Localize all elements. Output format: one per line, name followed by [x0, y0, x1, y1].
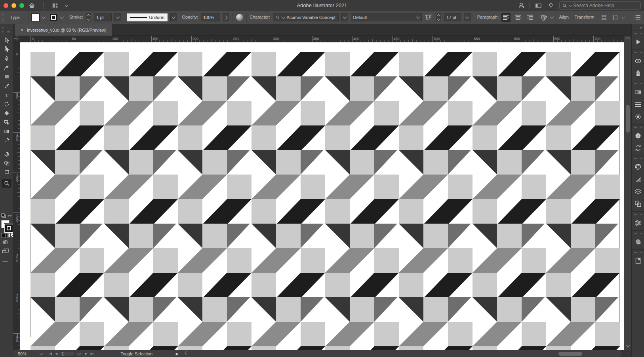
help-search-input[interactable]: Search Adobe Help: [559, 1, 641, 10]
home-icon[interactable]: [27, 1, 36, 10]
stroke-weight-dropdown[interactable]: [114, 13, 121, 21]
draw-mode-icon[interactable]: [2, 239, 8, 245]
tool-direct-selection[interactable]: [2, 45, 11, 54]
panel-icon-sync[interactable]: [634, 144, 642, 152]
artboard-list-chevron-icon[interactable]: [78, 351, 82, 355]
opacity-expand-button[interactable]: [223, 13, 229, 21]
panel-icon-info[interactable]: i: [634, 131, 642, 140]
stroke-panel-link[interactable]: Stroke:: [69, 15, 83, 20]
panel-grip[interactable]: [634, 33, 642, 34]
zoom-level-chevron-icon[interactable]: [40, 351, 44, 355]
align-right-button[interactable]: [525, 13, 534, 22]
toolbar-grip[interactable]: [2, 31, 11, 32]
more-tools-icon[interactable]: •••: [2, 259, 8, 264]
fill-color-swatch[interactable]: [31, 13, 40, 21]
tab-close-icon[interactable]: ×: [21, 27, 23, 33]
last-artboard-icon[interactable]: ▶|: [91, 352, 94, 355]
align-left-button[interactable]: [501, 13, 511, 22]
tool-twirl[interactable]: [2, 150, 11, 159]
controlbar-grip[interactable]: [2, 13, 4, 22]
ruler-origin-corner[interactable]: [13, 36, 20, 42]
panel-icon-artboards[interactable]: [634, 199, 642, 208]
opacity-panel-link[interactable]: Opacity:: [182, 15, 198, 20]
panel-grip[interactable]: [634, 214, 642, 215]
character-panel-link[interactable]: Character:: [250, 15, 270, 20]
horizontal-scrollbar[interactable]: [182, 350, 631, 357]
recolor-artwork-icon[interactable]: [235, 13, 244, 22]
panel-icon-stroke[interactable]: [634, 100, 642, 109]
vertical-scrollbar[interactable]: [624, 36, 631, 350]
horizontal-ruler[interactable]: 0501001502002503003504004505005506006507…: [20, 36, 624, 42]
panel-icon-gradient[interactable]: [634, 88, 642, 97]
status-play-icon[interactable]: ▶: [176, 352, 179, 356]
panel-grip[interactable]: [634, 233, 642, 234]
toolbar-collapse-icon[interactable]: »: [2, 26, 3, 30]
swap-fill-stroke-icon[interactable]: [8, 213, 12, 218]
prev-artboard-icon[interactable]: ◀: [55, 352, 57, 355]
panel-icon-brushes[interactable]: [634, 69, 642, 78]
font-style-dropdown[interactable]: Default: [351, 13, 422, 21]
panel-toggle-icon[interactable]: [534, 1, 543, 10]
tool-type[interactable]: T: [2, 91, 11, 99]
minimize-window-button[interactable]: [11, 3, 16, 8]
panel-grip[interactable]: [634, 127, 642, 128]
tool-gradient[interactable]: [2, 127, 11, 136]
tool-eraser[interactable]: [2, 109, 11, 118]
panel-icon-libraries[interactable]: [634, 256, 642, 265]
panel-icon-link[interactable]: [634, 57, 642, 65]
tool-curvature[interactable]: [2, 63, 11, 72]
color-mode-icon[interactable]: [1, 233, 6, 237]
status-display-label[interactable]: Toggle Selection: [99, 351, 174, 356]
stroke-chevron-icon[interactable]: [60, 15, 64, 19]
font-size-value[interactable]: 17 pt: [444, 13, 461, 21]
document-tab[interactable]: × inversetwo_v3.ai @ 50 % (RGB/Preview): [15, 24, 112, 36]
scroll-down-icon[interactable]: [626, 344, 630, 348]
tool-zoom[interactable]: [2, 179, 11, 188]
workspace-switcher-icon[interactable]: [51, 1, 59, 10]
close-window-button[interactable]: [4, 3, 8, 8]
panel-grip[interactable]: [634, 52, 642, 53]
panel-grip[interactable]: [634, 83, 642, 84]
stroke-weight-stepper[interactable]: [86, 13, 91, 21]
tool-pen[interactable]: [2, 54, 11, 63]
panel-icon-layers[interactable]: [634, 187, 642, 196]
swatches-fan-chevron-icon[interactable]: [550, 15, 554, 19]
scroll-left-icon[interactable]: [185, 351, 189, 355]
panel-grip[interactable]: [634, 158, 642, 159]
share-account-icon[interactable]: [517, 1, 526, 10]
tool-rotate[interactable]: [2, 100, 11, 108]
panel-icon-color[interactable]: [634, 163, 642, 171]
horizontal-scroll-thumb[interactable]: [558, 352, 582, 356]
artboard-number-field[interactable]: 1: [59, 351, 75, 357]
tool-selection[interactable]: [2, 36, 11, 45]
panel-icon-play[interactable]: [634, 38, 642, 46]
vertical-scroll-thumb[interactable]: [626, 105, 630, 133]
panel-icon-color-guide[interactable]: [634, 175, 642, 184]
canvas[interactable]: [20, 42, 624, 350]
transform-panel-link[interactable]: Transform: [575, 15, 594, 20]
align-panel-link[interactable]: Align: [559, 15, 568, 20]
dock-collapse-icon[interactable]: «: [632, 24, 644, 30]
swatches-fan-icon[interactable]: [539, 13, 548, 22]
screen-mode-icon[interactable]: [2, 248, 9, 254]
workspace-chevron-icon[interactable]: [65, 3, 69, 7]
first-artboard-icon[interactable]: |◀: [49, 352, 52, 355]
tool-speech-select[interactable]: [2, 118, 11, 127]
width-profile-chevron[interactable]: [170, 13, 177, 21]
font-size-stepper[interactable]: [436, 13, 442, 21]
stroke-color-swatch[interactable]: [50, 13, 58, 21]
tool-shape-builder[interactable]: [2, 159, 11, 167]
tool-rectangle[interactable]: [2, 72, 11, 81]
next-artboard-icon[interactable]: ▶: [85, 352, 87, 355]
panel-icon-properties[interactable]: [634, 218, 642, 227]
stroke-swatch[interactable]: [4, 224, 13, 233]
lightbulb-icon[interactable]: [547, 1, 555, 10]
tool-artboard[interactable]: [2, 168, 11, 177]
maximize-window-button[interactable]: [19, 3, 24, 8]
paragraph-panel-link[interactable]: Paragraph:: [477, 15, 499, 20]
fill-chevron-icon[interactable]: [42, 15, 46, 19]
font-size-dropdown[interactable]: [464, 13, 470, 21]
opacity-value[interactable]: 100%: [201, 13, 220, 21]
stroke-weight-value[interactable]: 1 pt: [94, 13, 112, 21]
panel-icon-navigator[interactable]: [634, 237, 642, 246]
